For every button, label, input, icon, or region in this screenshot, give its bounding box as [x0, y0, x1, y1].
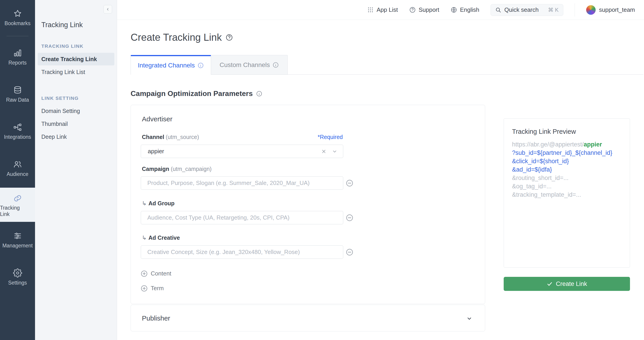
- preview-url: https://abr.ge/@appiertest/appier ?sub_i…: [512, 140, 625, 199]
- sidebar-item-label: Audience: [0, 171, 35, 177]
- globe-icon: [450, 7, 457, 13]
- tab-integrated-channels[interactable]: Integrated Channels: [130, 55, 211, 75]
- channel-select[interactable]: appier: [141, 145, 343, 158]
- advertiser-title: Advertiser: [142, 115, 172, 123]
- tab-label: Custom Channels: [220, 61, 270, 69]
- sidebar-item-label: Link: [0, 211, 35, 217]
- app-list-label: App List: [377, 6, 398, 13]
- network-icon: [0, 123, 35, 132]
- bar-chart-icon: [0, 48, 35, 58]
- ad-creative-input[interactable]: [141, 245, 343, 259]
- ad-group-input[interactable]: [141, 211, 343, 224]
- sidebar-item-label: Tracking: [0, 205, 35, 211]
- sidebar-item-integrations[interactable]: Integrations: [0, 123, 35, 140]
- tab-custom-channels[interactable]: Custom Channels: [211, 55, 288, 74]
- sidebar-item-label: Raw Data: [0, 97, 35, 103]
- gear-icon: [0, 268, 35, 277]
- tab-label: Integrated Channels: [138, 62, 195, 69]
- remove-ad-creative-button[interactable]: [346, 249, 353, 256]
- menu-item-thumbnail[interactable]: Thumbnail: [41, 120, 68, 127]
- sliders-icon: [0, 231, 35, 240]
- people-icon: [0, 160, 35, 169]
- preview-line: &ad_id=${idfa}: [512, 165, 625, 174]
- chevron-left-icon: [106, 7, 110, 11]
- section-title: Campaign Optimization Parameters: [130, 89, 253, 98]
- clear-icon[interactable]: [321, 148, 327, 154]
- sidebar-item-management[interactable]: Management: [0, 231, 35, 249]
- menu-item-label: Create Tracking Link: [41, 53, 114, 65]
- tracking-link-preview-panel: Tracking Link Preview https://abr.ge/@ap…: [504, 118, 630, 268]
- sidebar-item-label: Reports: [0, 60, 35, 66]
- add-content-label: Content: [151, 270, 171, 277]
- menu-section-header: TRACKING LINK: [41, 44, 84, 49]
- info-icon[interactable]: [256, 91, 262, 97]
- info-icon: [272, 62, 279, 68]
- grid-icon: [367, 7, 374, 13]
- publisher-card[interactable]: Publisher: [130, 305, 485, 331]
- add-content-button[interactable]: Content: [141, 270, 171, 277]
- chevron-down-icon[interactable]: [332, 148, 338, 154]
- preview-line: &click_id=${short_id}: [512, 157, 625, 165]
- chain-link-icon: [0, 194, 35, 203]
- page-help-icon[interactable]: [226, 34, 233, 41]
- sidebar-item-bookmarks[interactable]: Bookmarks: [0, 9, 35, 27]
- add-term-button[interactable]: Term: [141, 285, 164, 292]
- preview-line: ?sub_id=${partner_id}_${channel_id}: [512, 149, 625, 157]
- page-title: Create Tracking Link: [130, 32, 222, 43]
- publisher-title: Publisher: [142, 314, 170, 322]
- username: support_team: [599, 6, 635, 13]
- menu-title: Tracking Link: [41, 21, 83, 29]
- channel-label: Channel (utm_source): [142, 134, 199, 140]
- menu-item-deep-link[interactable]: Deep Link: [41, 133, 67, 140]
- ad-creative-label: ↳Ad Creative: [142, 235, 180, 241]
- sidebar-item-reports[interactable]: Reports: [0, 48, 35, 66]
- remove-campaign-button[interactable]: [346, 180, 353, 187]
- star-icon: [0, 9, 35, 18]
- preview-line: &tracking_template_id=...: [512, 191, 625, 199]
- app-list-button[interactable]: App List: [367, 6, 398, 13]
- sidebar-item-raw-data[interactable]: Raw Data: [0, 86, 35, 103]
- required-badge: *Required: [318, 134, 343, 140]
- app-window: Bookmarks Reports Raw Data Integrations: [0, 0, 644, 340]
- create-link-button[interactable]: Create Link: [504, 277, 630, 291]
- preview-line: &og_tag_id=...: [512, 182, 625, 191]
- menu-item-create-tracking-link[interactable]: Create Tracking Link: [38, 53, 114, 65]
- campaign-input[interactable]: [141, 176, 343, 190]
- sidebar-item-label: Management: [0, 242, 35, 249]
- user-menu[interactable]: support_team: [586, 5, 635, 15]
- sidebar-item-label: Integrations: [0, 134, 35, 140]
- plus-circle-icon: [141, 285, 148, 292]
- avatar: [586, 5, 596, 15]
- sidebar-item-tracking-link[interactable]: Tracking Link: [0, 188, 35, 222]
- channel-select-value: appier: [148, 148, 321, 155]
- sidebar-item-label: Settings: [0, 280, 35, 286]
- preview-line-base: https://abr.ge/@appiertest/appier: [512, 140, 625, 149]
- sidebar-item-settings[interactable]: Settings: [0, 268, 35, 286]
- database-icon: [0, 86, 35, 95]
- sub-arrow-icon: ↳: [142, 235, 147, 241]
- remove-ad-group-button[interactable]: [346, 214, 353, 221]
- support-label: Support: [419, 6, 439, 13]
- menu-section-header: LINK SETTING: [41, 96, 79, 101]
- ad-group-label: ↳Ad Group: [142, 200, 174, 207]
- sidebar-item-audience[interactable]: Audience: [0, 160, 35, 177]
- sub-arrow-icon: ↳: [142, 200, 147, 207]
- advertiser-card: Advertiser Channel (utm_source) *Require…: [130, 105, 485, 304]
- chevron-down-icon[interactable]: [466, 315, 472, 321]
- sidebar-item-label: Bookmarks: [0, 20, 35, 27]
- preview-line: &routing_short_id=...: [512, 174, 625, 182]
- search-shortcut: ⌘ K: [548, 7, 558, 13]
- search-icon: [495, 7, 501, 13]
- menu-item-domain-setting[interactable]: Domain Setting: [41, 107, 80, 114]
- create-link-label: Create Link: [556, 280, 587, 287]
- menu-item-tracking-link-list[interactable]: Tracking Link List: [41, 69, 85, 75]
- collapse-sidebar-button[interactable]: [104, 5, 112, 14]
- help-circle-icon: [409, 7, 416, 13]
- menu-sidebar: Tracking Link TRACKING LINK Create Track…: [35, 0, 117, 340]
- quick-search-input[interactable]: Quick search ⌘ K: [490, 4, 563, 16]
- language-button[interactable]: English: [450, 6, 479, 13]
- preview-title: Tracking Link Preview: [512, 128, 576, 135]
- support-button[interactable]: Support: [409, 6, 439, 13]
- language-label: English: [460, 6, 479, 13]
- add-term-label: Term: [151, 285, 164, 292]
